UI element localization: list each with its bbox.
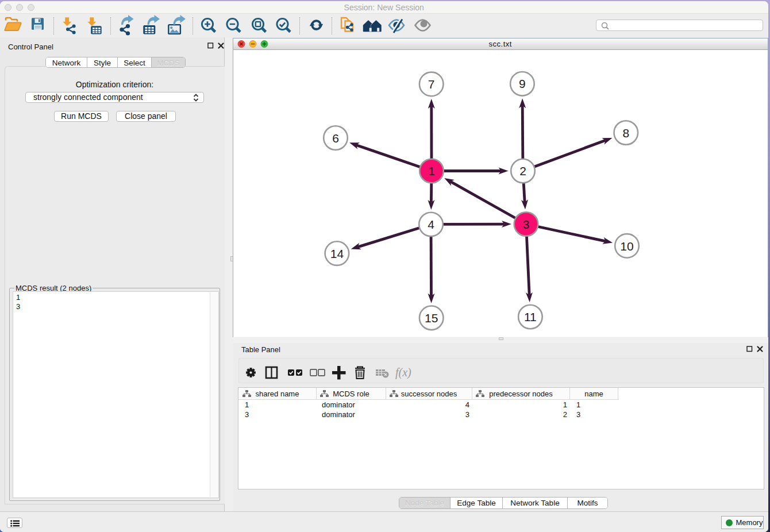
svg-text:2: 2 xyxy=(519,164,526,178)
svg-text:14: 14 xyxy=(330,246,344,260)
svg-text:4: 4 xyxy=(428,218,434,231)
svg-text:3: 3 xyxy=(523,217,530,230)
svg-text:9: 9 xyxy=(519,77,526,90)
svg-text:1: 1 xyxy=(428,164,435,178)
svg-text:f(x): f(x) xyxy=(395,366,411,379)
svg-text:7: 7 xyxy=(428,78,435,91)
svg-text:11: 11 xyxy=(524,310,537,323)
svg-text:15: 15 xyxy=(425,311,438,324)
svg-text:6: 6 xyxy=(332,131,339,144)
svg-text:8: 8 xyxy=(622,126,629,139)
svg-text:10: 10 xyxy=(620,239,633,252)
